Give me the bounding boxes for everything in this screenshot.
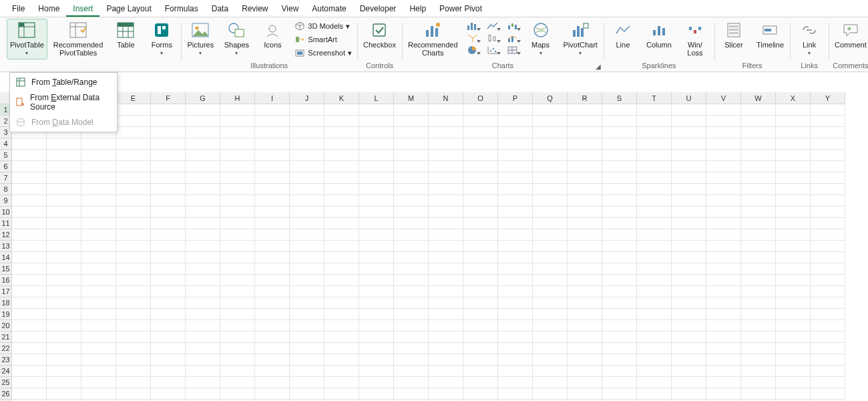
svg-rect-58 [694,30,696,33]
sparkline-line-icon [614,21,632,39]
svg-rect-29 [471,23,473,30]
sparkline-line-button[interactable]: Line [606,19,640,51]
chevron-down-icon: ▾ [539,49,542,57]
group-comments: Comment Comments [829,19,868,72]
comment-icon [841,21,860,39]
sparkline-column-button[interactable]: Column [642,19,676,51]
column-chart-button[interactable] [464,20,481,31]
group-controls: Checkbox Controls [357,19,402,72]
svg-rect-51 [577,26,580,37]
tab-page-layout[interactable]: Page Layout [99,1,158,17]
table-label: Table [117,41,134,49]
svg-rect-28 [467,25,469,30]
comment-button[interactable]: Comment [831,19,868,51]
group-label-links: Links [801,61,818,70]
group-sparklines: Line Column Win/ Loss Sparklines [604,19,714,72]
smartart-label: SmartArt [308,35,337,43]
scatter-chart-button[interactable] [484,44,501,55]
tab-automate[interactable]: Automate [305,1,353,17]
smartart-button[interactable]: SmartArt [292,33,355,45]
svg-rect-52 [581,28,584,37]
tab-review[interactable]: Review [235,1,274,17]
shapes-button[interactable]: Shapes ▾ [220,19,253,59]
svg-rect-13 [158,26,161,34]
maps-icon [531,21,550,39]
pictures-button[interactable]: Pictures ▾ [184,19,217,59]
svg-rect-57 [689,27,692,30]
icons-button[interactable]: Icons [256,19,289,51]
svg-rect-25 [431,26,433,37]
tab-power-pivot[interactable]: Power Pivot [433,1,489,17]
forms-icon [152,21,171,39]
recommended-charts-label: Recommended Charts [408,41,458,57]
charts-dialog-launcher[interactable]: ◢ [594,62,602,70]
line-chart-button[interactable] [484,20,501,31]
recommended-pivottables-button[interactable]: Recommended PivotTables [50,19,107,59]
chevron-down-icon: ▾ [808,49,811,57]
svg-rect-26 [435,28,438,37]
recommended-pivottables-label: Recommended PivotTables [53,41,103,57]
svg-rect-12 [155,23,168,37]
recommended-pivottables-icon [69,21,87,39]
waterfall-chart-button[interactable] [504,20,521,31]
sparkline-winloss-button[interactable]: Win/ Loss [678,19,712,59]
pivotchart-icon [571,21,590,39]
checkbox-icon [370,21,389,39]
pivotchart-label: PivotChart [564,41,598,49]
pictures-icon [191,21,210,39]
pivottable-button[interactable]: PivotTable ▾ [7,19,47,59]
svg-point-38 [489,49,491,51]
svg-point-39 [492,47,493,49]
group-charts: Recommended Charts Maps ▾ [402,19,604,72]
recommended-charts-button[interactable]: Recommended Charts [405,19,461,59]
svg-rect-18 [235,29,244,37]
chevron-down-icon: ▾ [579,49,582,57]
tab-formulas[interactable]: Formulas [158,1,205,17]
timeline-label: Timeline [756,41,784,49]
link-button[interactable]: Link ▾ [793,19,826,59]
chevron-down-icon: ▾ [199,49,202,57]
svg-rect-3 [19,23,24,27]
svg-rect-53 [584,23,588,28]
tab-developer[interactable]: Developer [353,1,403,17]
combo-chart-button[interactable] [504,32,521,43]
tab-view[interactable]: View [275,1,306,17]
pie-chart-button[interactable] [464,44,481,55]
screenshot-button[interactable]: Screenshot ▾ [292,47,355,59]
group-tables: PivotTable ▾ Recommended PivotTables Tab… [4,19,181,72]
tab-help[interactable]: Help [403,1,433,17]
maps-button[interactable]: Maps ▾ [524,19,558,59]
cube-icon [294,21,305,31]
shapes-label: Shapes [224,41,249,49]
screenshot-icon [294,47,305,58]
shapes-icon [227,21,246,39]
timeline-button[interactable]: Timeline [753,19,787,51]
group-label-filters: Filters [742,61,763,70]
checkbox-button[interactable]: Checkbox [360,19,399,51]
forms-button[interactable]: Forms ▾ [145,19,178,59]
group-links: Link ▾ Links [790,19,829,72]
group-label-sparklines: Sparklines [642,61,676,70]
svg-rect-23 [373,24,385,36]
tab-data[interactable]: Data [205,1,235,17]
tab-insert[interactable]: Insert [66,1,99,17]
surface-chart-button[interactable] [504,44,521,55]
3d-models-button[interactable]: 3D Models ▾ [292,20,355,32]
table-icon [116,21,135,39]
link-icon [800,21,819,39]
hierarchy-chart-button[interactable] [464,32,481,43]
svg-rect-54 [653,30,656,35]
chevron-down-icon: ▾ [346,22,350,31]
pivotchart-button[interactable]: PivotChart ▾ [560,19,601,59]
tab-home[interactable]: Home [31,1,66,17]
icons-icon [263,21,282,39]
slicer-button[interactable]: Slicer [717,19,750,51]
table-button[interactable]: Table [109,19,142,51]
svg-rect-62 [729,29,738,31]
svg-point-27 [436,23,440,27]
comment-label: Comment [835,41,867,49]
sparkline-line-label: Line [616,41,630,49]
statistic-chart-button[interactable] [484,32,501,43]
tab-file[interactable]: File [5,1,31,17]
pictures-label: Pictures [187,41,214,49]
